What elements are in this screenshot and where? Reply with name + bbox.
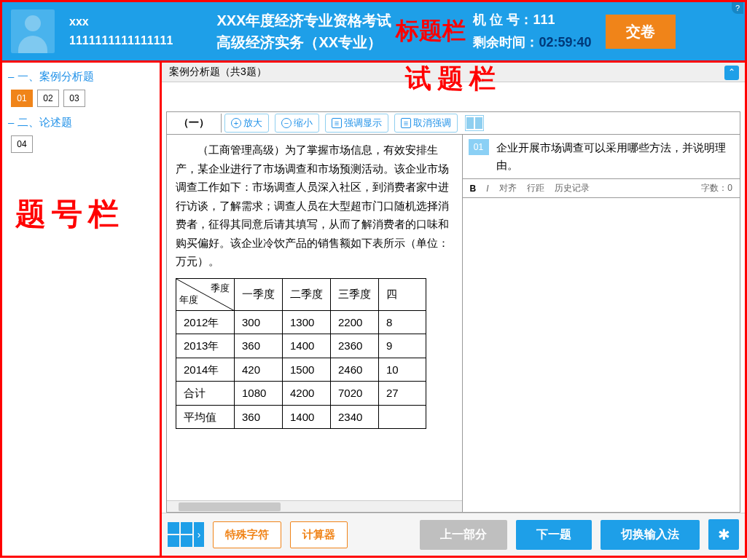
question-panel: 案例分析题（共3题） 试题栏 ⌃ （一） +放大 −缩小 ≡强调显示 ≡取消强调… bbox=[162, 63, 747, 558]
highlight-button[interactable]: ≡强调显示 bbox=[325, 114, 388, 133]
time-label: 剩余时间： bbox=[473, 35, 539, 50]
highlight-icon: ≡ bbox=[332, 118, 342, 128]
table-diag-header: 季度 年度 bbox=[176, 278, 235, 310]
footer-bar: › 特殊字符 计算器 上一部分 下一题 切换输入法 ✱ bbox=[162, 513, 745, 556]
plus-icon: + bbox=[231, 118, 241, 128]
minus-icon: − bbox=[281, 118, 292, 128]
seat-number: 111 bbox=[533, 12, 555, 27]
answer-pane: 01 企业开展市场调查可以采用哪些方法，并说明理由。 B I 对齐 行距 历史记… bbox=[463, 135, 740, 512]
passage-pane[interactable]: （工商管理高级）为了掌握市场信息，有效安排生产，某企业进行了市场调查和市场预测活… bbox=[167, 135, 463, 512]
question-num-02[interactable]: 02 bbox=[37, 90, 59, 107]
collapse-icon[interactable]: ⌃ bbox=[724, 66, 739, 80]
seat-timer: 机 位 号：111 剩余时间：02:59:40 bbox=[473, 9, 591, 53]
split-view-icon[interactable] bbox=[465, 115, 484, 131]
col-q1: 一季度 bbox=[235, 278, 283, 310]
col-q4: 四 bbox=[379, 278, 426, 310]
special-chars-button[interactable]: 特殊字符 bbox=[213, 521, 281, 548]
question-num-01[interactable]: 01 bbox=[11, 90, 33, 107]
editor-toolbar: B I 对齐 行距 历史记录 字数：0 bbox=[463, 178, 740, 198]
italic-button[interactable]: I bbox=[486, 184, 488, 194]
avatar bbox=[11, 9, 55, 53]
line-height-button[interactable]: 行距 bbox=[527, 182, 544, 194]
user-info: xxx 1111111111111111 bbox=[69, 12, 173, 50]
content-header: 案例分析题（共3题） 试题栏 ⌃ bbox=[162, 63, 745, 82]
toolbar: （一） +放大 −缩小 ≡强调显示 ≡取消强调 bbox=[166, 111, 740, 135]
title-bar: xxx 1111111111111111 XXX年度经济专业资格考试 高级经济实… bbox=[0, 0, 747, 63]
username: xxx bbox=[69, 12, 173, 31]
question-num-04[interactable]: 04 bbox=[11, 135, 33, 153]
seat-label: 机 位 号： bbox=[473, 12, 533, 27]
exam-title-line1: XXX年度经济专业资格考试 bbox=[216, 9, 391, 31]
align-button[interactable]: 对齐 bbox=[499, 182, 517, 194]
next-question-button[interactable]: 下一题 bbox=[516, 520, 592, 550]
time-remaining: 02:59:40 bbox=[539, 35, 591, 50]
question-num-03[interactable]: 03 bbox=[63, 90, 85, 107]
col-q3: 三季度 bbox=[331, 278, 379, 310]
annotation-question-panel: 试题栏 bbox=[405, 61, 501, 97]
word-count: 字数：0 bbox=[701, 182, 732, 194]
current-question-badge: 01 bbox=[469, 139, 489, 155]
answer-editor[interactable] bbox=[463, 198, 740, 512]
history-button[interactable]: 历史记录 bbox=[555, 182, 590, 194]
passage-tab[interactable]: （一） bbox=[167, 114, 222, 133]
passage-text: （工商管理高级）为了掌握市场信息，有效安排生产，某企业进行了市场调查和市场预测活… bbox=[176, 141, 453, 271]
section-case-analysis[interactable]: 一、案例分析题 bbox=[8, 70, 154, 84]
zoom-in-button[interactable]: +放大 bbox=[224, 114, 269, 133]
sales-table: 季度 年度 一季度 二季度 三季度 四 2012年300130022008 20… bbox=[176, 278, 426, 430]
user-id: 1111111111111111 bbox=[69, 31, 173, 50]
chevron-right-icon: › bbox=[194, 522, 204, 547]
section-heading: 案例分析题（共3题） bbox=[169, 66, 267, 79]
unhighlight-icon: ≡ bbox=[401, 118, 411, 128]
horizontal-scrollbar[interactable] bbox=[167, 500, 462, 512]
calculator-button[interactable]: 计算器 bbox=[290, 521, 348, 548]
settings-button[interactable]: ✱ bbox=[708, 519, 739, 550]
layout-grid-icon[interactable]: › bbox=[168, 522, 204, 547]
question-text: 企业开展市场调查可以采用哪些方法，并说明理由。 bbox=[496, 139, 735, 174]
submit-button[interactable]: 交卷 bbox=[606, 15, 676, 49]
exam-title-line2: 高级经济实务（XX专业） bbox=[216, 31, 391, 53]
col-q2: 二季度 bbox=[283, 278, 331, 310]
prev-section-button[interactable]: 上一部分 bbox=[420, 520, 507, 550]
annotation-number-panel: 题号栏 bbox=[15, 194, 125, 234]
section-essay[interactable]: 二、论述题 bbox=[8, 116, 154, 130]
annotation-title-bar: 标题栏 bbox=[396, 15, 466, 47]
exam-title: XXX年度经济专业资格考试 高级经济实务（XX专业） bbox=[216, 9, 391, 53]
question-number-panel: 一、案例分析题 01 02 03 二、论述题 04 题号栏 bbox=[0, 63, 162, 558]
scrollbar-thumb[interactable] bbox=[179, 502, 281, 511]
zoom-out-button[interactable]: −缩小 bbox=[275, 114, 319, 133]
bold-button[interactable]: B bbox=[470, 184, 477, 194]
help-icon[interactable]: ? bbox=[732, 2, 743, 14]
unhighlight-button[interactable]: ≡取消强调 bbox=[394, 114, 458, 133]
switch-ime-button[interactable]: 切换输入法 bbox=[601, 520, 700, 550]
